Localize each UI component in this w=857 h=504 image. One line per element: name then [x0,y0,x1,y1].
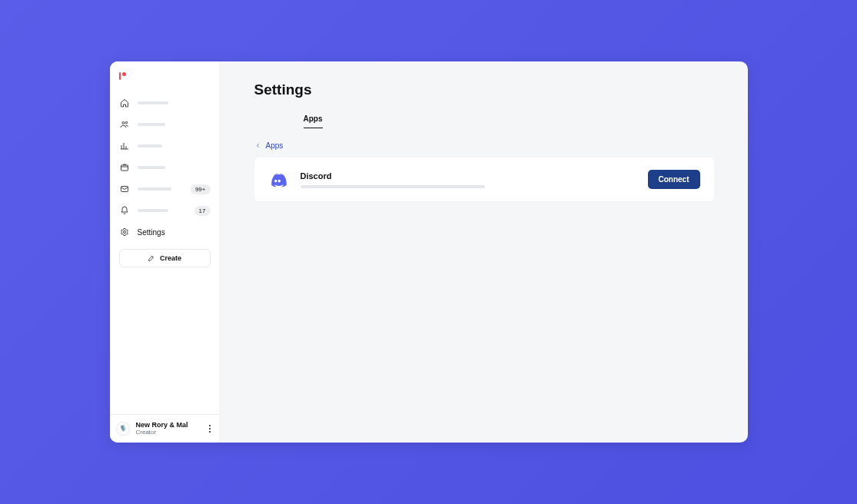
sidebar-item-audience[interactable] [115,114,215,135]
users-icon [119,119,130,130]
create-button-label: Create [160,254,181,262]
connect-button-label: Connect [659,175,689,184]
settings-icon [119,227,130,237]
sidebar-item-payouts[interactable] [115,157,215,178]
sidebar-item-settings[interactable]: Settings [115,221,215,243]
mail-icon [119,184,130,194]
svg-point-0 [122,122,125,124]
integration-description-placeholder [301,185,485,188]
sidebar-item-placeholder [138,101,168,104]
logo[interactable] [110,61,220,88]
sidebar-item-placeholder [138,144,162,148]
sidebar-item-insights[interactable] [115,135,215,157]
user-meta: New Rory & Mal Creator [136,421,188,436]
app-window: 99+ 17 Settings Create 🎙️ [110,61,748,443]
sidebar-nav: 99+ 17 Settings Create [110,88,220,267]
sidebar-footer: 🎙️ New Rory & Mal Creator [110,414,220,443]
svg-rect-3 [121,187,128,192]
breadcrumb-back[interactable]: Apps [254,141,284,150]
create-button[interactable]: Create [119,249,211,267]
avatar[interactable]: 🎙️ [116,422,130,436]
badge-notifications: 17 [194,206,211,216]
main-content: Settings Apps Apps Discord [221,61,748,443]
page-title: Settings [254,81,714,98]
integration-card-body: Discord [301,171,634,188]
sidebar-item-placeholder [138,166,165,169]
bell-icon [119,205,130,216]
chart-icon [119,141,130,151]
user-menu-button[interactable] [206,422,214,436]
integration-card-discord: Discord Connect [254,158,714,201]
sidebar-item-placeholder [138,209,168,212]
svg-point-4 [123,231,125,234]
connect-button[interactable]: Connect [648,170,700,189]
settings-tabs: Apps [254,111,714,128]
sidebar-item-messages[interactable]: 99+ [115,178,215,200]
sidebar-item-placeholder [138,187,171,191]
sidebar-item-label: Settings [138,228,165,237]
breadcrumb-label: Apps [266,141,284,150]
sidebar: 99+ 17 Settings Create 🎙️ [110,61,221,443]
sidebar-item-placeholder [138,123,165,126]
svg-point-1 [125,121,128,124]
chevron-left-icon [254,142,261,149]
user-role: Creator [136,429,188,436]
tab-apps[interactable]: Apps [304,111,323,128]
sidebar-item-notifications[interactable]: 17 [115,200,215,221]
discord-icon [268,171,287,189]
user-name: New Rory & Mal [136,421,188,429]
sidebar-item-home[interactable] [115,92,215,114]
package-icon [119,162,130,173]
svg-rect-2 [121,165,128,171]
badge-messages: 99+ [191,184,211,194]
integration-name: Discord [301,171,634,181]
home-icon [119,98,130,108]
tab-label: Apps [304,114,323,123]
edit-icon [148,254,155,262]
